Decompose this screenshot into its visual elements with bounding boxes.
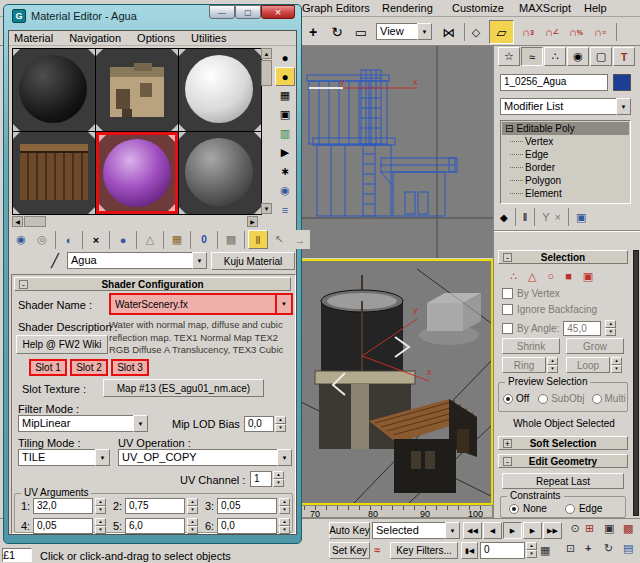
- spin-down-icon[interactable]: ▾: [95, 506, 106, 514]
- slot-2-tab[interactable]: Slot 2: [70, 359, 108, 376]
- edit-geometry-rollout-header[interactable]: - Edit Geometry: [498, 454, 628, 468]
- tab-modify-icon[interactable]: ≈: [521, 47, 543, 66]
- stack-row-border[interactable]: Border: [502, 161, 629, 174]
- uv-arg-3-field[interactable]: 0,05: [217, 498, 277, 514]
- spinner-snap-icon[interactable]: ∩≡: [589, 21, 611, 43]
- key-filters-button[interactable]: Key Filters...: [390, 542, 458, 559]
- snap-toggle-3d-icon[interactable]: ∩3: [517, 21, 539, 43]
- maxscript-mini-listener[interactable]: £1: [2, 548, 32, 562]
- menu-utilities[interactable]: Utilities: [191, 32, 226, 44]
- spin-down-icon[interactable]: ▾: [187, 526, 198, 534]
- spin-down-icon[interactable]: ▾: [95, 526, 106, 534]
- select-and-manipulate-icon[interactable]: ▱: [489, 20, 514, 44]
- menu-help[interactable]: Help: [584, 2, 607, 14]
- viewport-perspective-active[interactable]: y x: [297, 259, 493, 505]
- spin-up-icon[interactable]: ▴: [187, 498, 198, 506]
- zoom-all-icon[interactable]: ⊞: [585, 522, 603, 539]
- shader-name-dropdown[interactable]: WaterScenery.fx ▼: [109, 293, 293, 315]
- next-frame-button[interactable]: ▶: [523, 522, 542, 539]
- tab-motion-icon[interactable]: ◉: [567, 47, 589, 66]
- zoom-icon[interactable]: ⊙: [566, 522, 584, 539]
- maximize-button[interactable]: ▢: [235, 5, 261, 19]
- spin-down-icon[interactable]: ▾: [611, 365, 622, 373]
- go-to-end-button[interactable]: ▶▶: [543, 522, 562, 539]
- region-zoom-icon[interactable]: ⊡: [566, 542, 584, 559]
- assign-material-to-selection-icon[interactable]: ◐: [59, 230, 79, 249]
- collapse-minus-icon[interactable]: -: [503, 253, 512, 262]
- uv-arg-1-field[interactable]: 32,0: [33, 498, 93, 514]
- material-editor-window[interactable]: G Material Editor - Agua — ▢ × Material …: [3, 4, 302, 544]
- get-material-icon[interactable]: ◉: [11, 230, 31, 249]
- stack-row-edge[interactable]: Edge: [502, 148, 629, 161]
- scrollbar-thumb[interactable]: [24, 216, 46, 227]
- selection-rollout-header[interactable]: - Selection: [498, 250, 628, 264]
- scroll-down-icon[interactable]: ▼: [261, 203, 272, 214]
- close-button[interactable]: ×: [261, 5, 295, 19]
- spin-down-icon[interactable]: ▾: [605, 328, 616, 336]
- pan-icon[interactable]: +: [585, 542, 603, 559]
- shader-configuration-header[interactable]: - Shader Configuration: [14, 277, 291, 291]
- spin-down-icon[interactable]: ▾: [273, 479, 284, 487]
- time-configuration-icon[interactable]: ▦: [540, 544, 558, 561]
- reference-coordinate-dropdown[interactable]: View ▼: [376, 23, 432, 40]
- chevron-down-icon[interactable]: ▼: [275, 295, 291, 313]
- slot-texture-button[interactable]: Map #13 (ES_agu01_nm.ace): [103, 379, 264, 397]
- spin-up-icon[interactable]: ▴: [275, 416, 286, 424]
- timeline-ruler[interactable]: 70 80 90 100: [297, 505, 493, 518]
- play-button[interactable]: ▶: [503, 522, 522, 539]
- scroll-right-icon[interactable]: ▶: [247, 216, 258, 227]
- chevron-down-icon[interactable]: ▼: [95, 449, 110, 466]
- menu-graph-editors[interactable]: Graph Editors: [302, 2, 370, 14]
- remove-modifier-icon[interactable]: ×: [555, 211, 561, 223]
- show-map-in-viewport-icon[interactable]: ▩: [221, 230, 241, 249]
- collapse-minus-icon[interactable]: ⊟: [505, 123, 513, 134]
- uv-arg-6-field[interactable]: 0,0: [217, 518, 277, 534]
- by-angle-field[interactable]: 45,0: [563, 321, 601, 336]
- maximize-viewport-icon[interactable]: ▤: [623, 542, 640, 559]
- tiling-mode-dropdown[interactable]: TILE ▼: [18, 449, 110, 466]
- tab-display-icon[interactable]: ▢: [590, 47, 612, 66]
- spin-up-icon[interactable]: ▴: [95, 498, 106, 506]
- sample-uv-tiling-icon[interactable]: ▣: [275, 105, 295, 124]
- preview-subobj-radio[interactable]: [538, 394, 548, 404]
- frame-spinner[interactable]: ▴▾: [526, 542, 537, 558]
- auto-key-button[interactable]: Auto Key: [329, 522, 370, 539]
- angle-snap-icon[interactable]: ∩∠: [541, 21, 563, 43]
- material-id-channel-icon[interactable]: 0: [194, 230, 214, 249]
- scrollbar-thumb[interactable]: [261, 60, 272, 86]
- ignore-backfacing-checkbox[interactable]: [502, 304, 513, 315]
- menu-navigation[interactable]: Navigation: [69, 32, 121, 44]
- by-angle-checkbox[interactable]: [502, 323, 513, 334]
- collapse-minus-icon[interactable]: -: [503, 457, 512, 466]
- spin-up-icon[interactable]: ▴: [526, 542, 537, 550]
- reset-map-icon[interactable]: ×: [86, 230, 106, 249]
- ring-spinner[interactable]: ▴▾: [547, 357, 558, 373]
- material-slot-2[interactable]: [96, 49, 178, 131]
- viewport-top-wireframe[interactable]: x y: [297, 46, 493, 258]
- pick-material-eyedropper-icon[interactable]: ╱: [51, 253, 59, 268]
- edge-mode-icon[interactable]: △: [528, 270, 536, 283]
- minimize-button[interactable]: —: [209, 5, 235, 19]
- uv-arg-6-spinner[interactable]: ▴▾: [279, 518, 290, 534]
- spin-up-icon[interactable]: ▴: [279, 498, 290, 506]
- slots-vertical-scrollbar[interactable]: ▲ ▼: [261, 48, 272, 214]
- menu-rendering[interactable]: Rendering: [382, 2, 433, 14]
- zoom-extents-all-icon[interactable]: ▩: [623, 522, 640, 539]
- scroll-up-icon[interactable]: ▲: [261, 48, 272, 59]
- select-scale-icon[interactable]: ▭: [350, 21, 372, 43]
- put-to-library-icon[interactable]: ▦: [167, 230, 187, 249]
- constraints-none-radio[interactable]: [509, 504, 519, 514]
- spin-up-icon[interactable]: ▴: [273, 471, 284, 479]
- material-editor-titlebar[interactable]: G Material Editor - Agua: [12, 9, 137, 23]
- constraints-edge-radio[interactable]: [565, 504, 575, 514]
- material-slot-1[interactable]: [13, 49, 95, 131]
- uv-arg-5-spinner[interactable]: ▴▾: [187, 518, 198, 534]
- tab-hierarchy-icon[interactable]: ∴: [544, 47, 566, 66]
- object-color-swatch[interactable]: [613, 74, 631, 91]
- set-key-button[interactable]: Set Key: [329, 542, 370, 559]
- material-slot-4[interactable]: [13, 132, 95, 214]
- stack-row-vertex[interactable]: Vertex: [502, 135, 629, 148]
- spin-up-icon[interactable]: ▴: [187, 518, 198, 526]
- expand-plus-icon[interactable]: +: [503, 439, 512, 448]
- background-icon[interactable]: ▦: [275, 86, 295, 105]
